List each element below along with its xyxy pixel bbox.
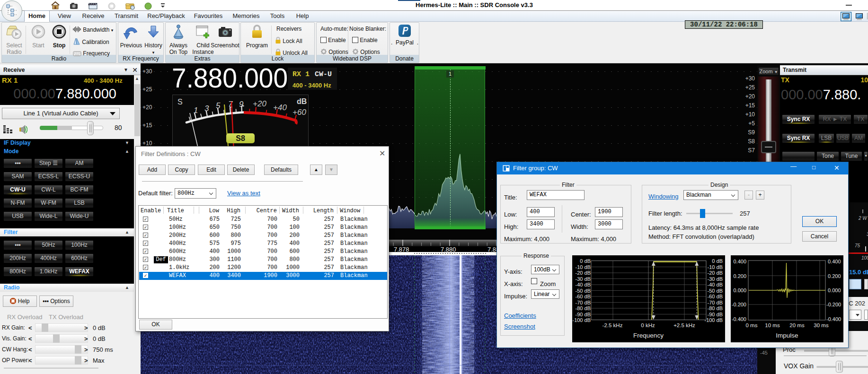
svg-text:-0.200: -0.200 bbox=[732, 302, 746, 307]
svg-text:20 ms: 20 ms bbox=[789, 322, 805, 328]
svg-text:0.400: 0.400 bbox=[733, 259, 746, 264]
svg-text:-100 dB: -100 dB bbox=[704, 317, 723, 323]
svg-text:-0.200: -0.200 bbox=[826, 302, 841, 307]
svg-text:-50 dB: -50 dB bbox=[576, 288, 591, 294]
svg-text:-80 dB: -80 dB bbox=[576, 305, 591, 311]
svg-text:0 dB: 0 dB bbox=[712, 258, 723, 264]
svg-text:0.000: 0.000 bbox=[733, 287, 746, 293]
svg-text:0.200: 0.200 bbox=[828, 273, 841, 279]
svg-text:-20 dB: -20 dB bbox=[708, 270, 723, 276]
svg-text:-90 dB: -90 dB bbox=[576, 312, 591, 317]
svg-text:-30 dB: -30 dB bbox=[708, 276, 723, 282]
svg-text:Impulse: Impulse bbox=[776, 332, 798, 339]
svg-text:0 dB: 0 dB bbox=[580, 258, 591, 264]
svg-text:-0.400: -0.400 bbox=[826, 316, 841, 322]
svg-text:-70 dB: -70 dB bbox=[576, 300, 591, 305]
svg-text:10 ms: 10 ms bbox=[765, 322, 780, 328]
svg-text:-60 dB: -60 dB bbox=[708, 294, 723, 299]
svg-text:0.200: 0.200 bbox=[733, 273, 746, 279]
svg-text:30 ms: 30 ms bbox=[814, 322, 829, 328]
svg-text:-0.400: -0.400 bbox=[732, 316, 746, 322]
svg-text:+2.5 kHz: +2.5 kHz bbox=[673, 322, 695, 328]
svg-text:0 ms: 0 ms bbox=[746, 322, 758, 328]
svg-text:-2.5 kHz: -2.5 kHz bbox=[602, 322, 623, 328]
svg-text:-30 dB: -30 dB bbox=[576, 276, 591, 282]
svg-text:0.400: 0.400 bbox=[828, 259, 841, 264]
svg-text:-20 dB: -20 dB bbox=[576, 270, 591, 276]
svg-text:-90 dB: -90 dB bbox=[708, 312, 723, 317]
svg-text:0 kHz: 0 kHz bbox=[641, 322, 655, 328]
svg-text:-50 dB: -50 dB bbox=[708, 288, 723, 294]
svg-text:0.000: 0.000 bbox=[828, 287, 841, 293]
svg-text:-70 dB: -70 dB bbox=[708, 300, 723, 305]
svg-text:-60 dB: -60 dB bbox=[576, 294, 591, 299]
svg-text:-10 dB: -10 dB bbox=[708, 264, 723, 270]
svg-text:-100 dB: -100 dB bbox=[572, 317, 591, 323]
svg-text:Frequency: Frequency bbox=[633, 332, 664, 339]
svg-text:-40 dB: -40 dB bbox=[576, 282, 591, 287]
svg-text:-80 dB: -80 dB bbox=[708, 305, 723, 311]
svg-text:-40 dB: -40 dB bbox=[708, 282, 723, 287]
svg-text:-10 dB: -10 dB bbox=[576, 264, 591, 270]
